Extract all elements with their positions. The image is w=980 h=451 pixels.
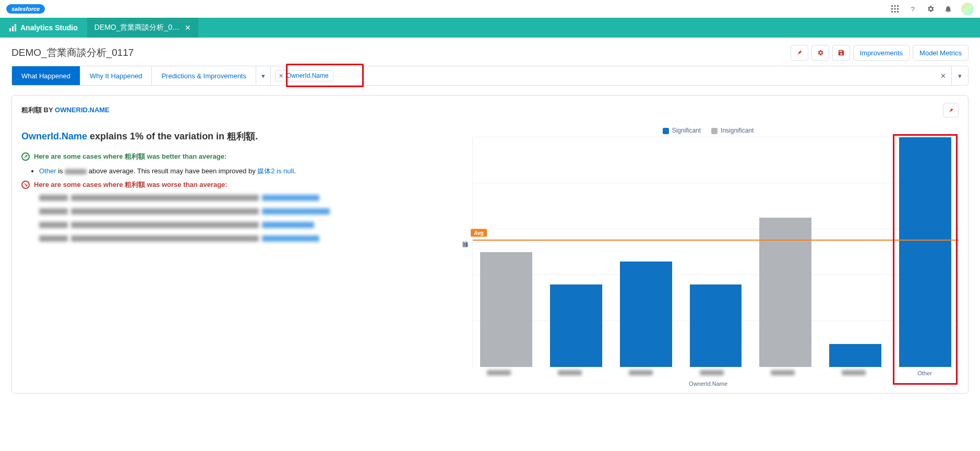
chart-plot-area: Avg bbox=[472, 137, 959, 367]
filter-bar[interactable]: ✕ OwnerId.Name bbox=[271, 70, 935, 81]
up-arrow-icon: ↗ bbox=[21, 152, 30, 161]
insight-card-header: 粗利額 BY OWNERID.NAME bbox=[12, 96, 968, 121]
user-avatar[interactable] bbox=[961, 3, 974, 15]
chart-bar[interactable] bbox=[829, 344, 881, 367]
tab-predictions-improvements[interactable]: Predictions & Improvements bbox=[152, 66, 256, 85]
filter-chip-ownerid-name[interactable]: ✕ OwnerId.Name bbox=[275, 70, 333, 81]
worse-than-average-heading: ↘ Here are some cases where 粗利額 was wors… bbox=[21, 180, 452, 189]
redacted-insight-row bbox=[39, 195, 452, 203]
redacted-insight-row bbox=[39, 235, 452, 244]
svg-rect-2 bbox=[897, 5, 899, 7]
svg-rect-8 bbox=[897, 11, 899, 13]
global-header: salesforce ? bbox=[0, 0, 980, 18]
svg-rect-0 bbox=[891, 5, 893, 7]
help-icon[interactable]: ? bbox=[908, 4, 917, 14]
chart-x-tick bbox=[472, 370, 525, 376]
clear-filters-icon[interactable]: ✕ bbox=[935, 72, 951, 80]
chart-x-labels: Other bbox=[458, 367, 959, 376]
chart-x-axis-label: OwnerId.Name bbox=[458, 381, 959, 387]
svg-rect-7 bbox=[894, 11, 896, 13]
chart-bar[interactable] bbox=[899, 137, 951, 367]
remove-filter-icon[interactable]: ✕ bbox=[279, 73, 283, 79]
page-header: DEMO_営業商談分析_0117 Improvements Model Metr… bbox=[0, 38, 980, 66]
tab-why-it-happened[interactable]: Why It Happened bbox=[80, 66, 152, 85]
chart-x-tick bbox=[827, 370, 880, 376]
svg-rect-5 bbox=[897, 8, 899, 10]
settings-gear-button[interactable] bbox=[811, 45, 829, 61]
chart-y-axis-label: 粗利額 bbox=[458, 137, 472, 367]
insight-chart: Significant Insignificant 粗利額 Avg Other … bbox=[458, 123, 959, 387]
svg-rect-6 bbox=[891, 11, 893, 13]
app-nav-bar: Analytics Studio DEMO_営業商談分析_0… ✕ bbox=[0, 18, 980, 38]
close-icon[interactable]: ✕ bbox=[185, 23, 191, 32]
salesforce-logo: salesforce bbox=[6, 4, 45, 14]
model-metrics-button[interactable]: Model Metrics bbox=[913, 45, 969, 61]
insight-card: 粗利額 BY OWNERID.NAME OwnerId.Name explain… bbox=[11, 95, 969, 394]
filter-dropdown-icon[interactable]: ▾ bbox=[951, 66, 968, 85]
svg-rect-4 bbox=[894, 8, 896, 10]
workspace-tab[interactable]: DEMO_営業商談分析_0… ✕ bbox=[87, 18, 198, 38]
legend-significant: Significant bbox=[663, 127, 701, 134]
down-arrow-icon: ↘ bbox=[21, 181, 30, 189]
page-actions: Improvements Model Metrics bbox=[791, 45, 969, 61]
insight-narrative: OwnerId.Name explains 1% of the variatio… bbox=[21, 123, 452, 387]
chart-x-tick bbox=[685, 370, 738, 376]
better-than-average-heading: ↗ Here are some cases where 粗利額 was bett… bbox=[21, 152, 452, 161]
story-tabs: What Happened Why It Happened Prediction… bbox=[11, 66, 969, 86]
svg-rect-3 bbox=[891, 8, 893, 10]
chart-bar[interactable] bbox=[690, 284, 742, 367]
redacted-insight-row bbox=[39, 222, 452, 230]
setup-gear-icon[interactable] bbox=[926, 4, 935, 14]
global-tools: ? bbox=[890, 3, 974, 15]
page-title: DEMO_営業商談分析_0117 bbox=[11, 46, 134, 60]
insight-link-cause[interactable]: 媒体2 is null bbox=[257, 167, 294, 175]
legend-insignificant: Insignificant bbox=[711, 127, 754, 134]
analytics-icon bbox=[9, 24, 16, 31]
analytics-studio-label: Analytics Studio bbox=[20, 23, 78, 32]
chart-bar[interactable] bbox=[620, 262, 672, 367]
insight-card-title: 粗利額 BY OWNERID.NAME bbox=[21, 105, 110, 115]
insight-bullet-other: Other is above average. This result may … bbox=[39, 167, 452, 176]
app-launcher-icon[interactable] bbox=[890, 4, 900, 14]
pin-button[interactable] bbox=[791, 45, 808, 61]
tab-what-happened[interactable]: What Happened bbox=[12, 66, 80, 85]
chart-bar[interactable] bbox=[480, 252, 532, 367]
insight-pin-button[interactable] bbox=[943, 103, 959, 117]
chart-x-tick: Other bbox=[898, 370, 951, 376]
notifications-bell-icon[interactable] bbox=[943, 4, 953, 14]
insight-headline: OwnerId.Name explains 1% of the variatio… bbox=[21, 130, 452, 143]
chart-x-tick bbox=[756, 370, 809, 376]
svg-rect-1 bbox=[894, 5, 896, 7]
save-button[interactable] bbox=[832, 45, 850, 61]
tab-overflow-dropdown[interactable]: ▾ bbox=[256, 66, 271, 85]
redacted-insight-row bbox=[39, 208, 452, 217]
analytics-studio-home[interactable]: Analytics Studio bbox=[0, 18, 87, 38]
chart-legend: Significant Insignificant bbox=[458, 127, 959, 134]
improvements-button[interactable]: Improvements bbox=[853, 45, 910, 61]
chart-bar[interactable] bbox=[550, 284, 602, 367]
filter-chip-label: OwnerId.Name bbox=[286, 72, 329, 79]
workspace-tab-label: DEMO_営業商談分析_0… bbox=[94, 23, 180, 32]
chart-x-tick bbox=[614, 370, 667, 376]
chart-x-tick bbox=[543, 370, 596, 376]
insight-link-other[interactable]: Other bbox=[39, 167, 56, 175]
